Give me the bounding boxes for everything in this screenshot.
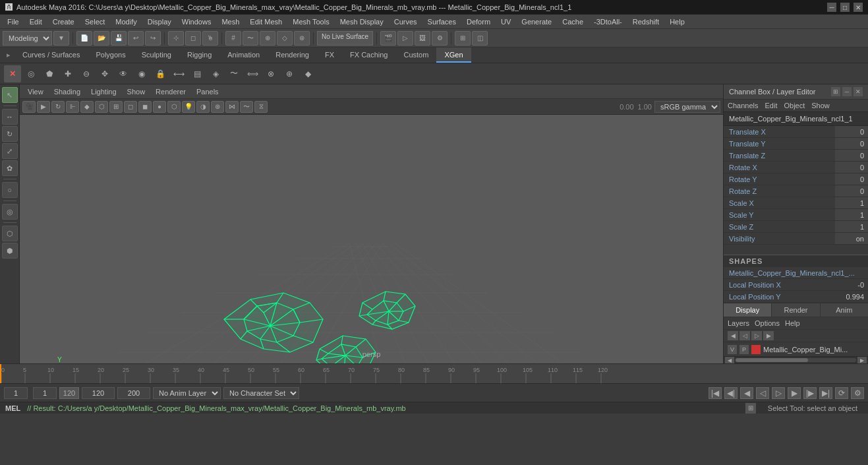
- icon-reflect-btn[interactable]: ⟺: [244, 65, 261, 82]
- step-fwd-btn[interactable]: ▶: [788, 387, 801, 399]
- timeline-ruler[interactable]: 0 5 10 15 20 25 30 35 40 45 50: [0, 364, 868, 383]
- layer-visibility-btn[interactable]: V: [728, 345, 737, 354]
- char-set-dropdown[interactable]: No Character Set: [223, 387, 299, 399]
- scale-btn[interactable]: ⤢: [2, 143, 18, 159]
- shape-local-pos-y-value[interactable]: 0.994: [828, 293, 868, 301]
- icon-shape-btn[interactable]: ◈: [207, 65, 224, 82]
- tab-fx-caching[interactable]: FX Caching: [342, 47, 395, 63]
- channel-value-rz[interactable]: 0: [835, 185, 868, 197]
- menu-modify[interactable]: Modify: [111, 16, 141, 27]
- step-back-btn[interactable]: ◀: [740, 387, 753, 399]
- tab-xgen[interactable]: XGen: [436, 47, 471, 63]
- display-tab-render[interactable]: Render: [772, 303, 820, 317]
- vp-shading-menu[interactable]: Shading: [50, 88, 84, 96]
- icon-x-btn[interactable]: ✕: [4, 65, 21, 82]
- prev-key-btn[interactable]: ◀|: [724, 387, 738, 399]
- select-btn[interactable]: ⊹: [168, 31, 184, 46]
- tab-rigging[interactable]: Rigging: [179, 47, 219, 63]
- soft-sel-btn[interactable]: ○: [2, 182, 18, 198]
- vp-shadow-btn[interactable]: ◑: [196, 101, 210, 113]
- paint-btn[interactable]: 🖱: [202, 31, 218, 46]
- vp-grid-btn[interactable]: ⊞: [109, 101, 123, 113]
- layer-scrollbar[interactable]: ◀ ▶: [724, 357, 868, 363]
- shape-local-pos-x-value[interactable]: -0: [828, 281, 868, 289]
- icon-layers-btn[interactable]: ▤: [188, 65, 206, 82]
- channel-value-tx[interactable]: 0: [835, 126, 868, 137]
- tab-sculpting[interactable]: Sculpting: [134, 47, 179, 63]
- render-btn[interactable]: 🎬: [380, 31, 396, 46]
- channel-visibility[interactable]: Visibility on: [724, 233, 868, 245]
- menu-display[interactable]: Display: [143, 16, 176, 27]
- grid-area[interactable]: X Y Z persp: [20, 115, 723, 363]
- display-tab-display[interactable]: Display: [724, 303, 772, 317]
- shape-object-row[interactable]: Metallic_Copper_Big_Minerals_ncl1_...: [724, 267, 868, 279]
- menu-mesh-display[interactable]: Mesh Display: [335, 16, 388, 27]
- menu-file[interactable]: File: [3, 16, 24, 27]
- vp-ao-btn[interactable]: ⊛: [211, 101, 224, 113]
- play-back-btn[interactable]: ◁: [756, 387, 769, 399]
- toolbar-btn-1[interactable]: ▼: [53, 31, 69, 46]
- grid-toggle-btn[interactable]: ⊞: [455, 31, 471, 46]
- icon-move-btn[interactable]: ✥: [96, 65, 113, 82]
- menu-generate[interactable]: Generate: [517, 16, 556, 27]
- vp-panels-menu[interactable]: Panels: [192, 88, 223, 96]
- tab-animation[interactable]: Animation: [219, 47, 268, 63]
- vp-flat-btn[interactable]: ◼: [138, 101, 152, 113]
- icon-vert-btn[interactable]: ◆: [299, 65, 316, 82]
- channel-translate-x[interactable]: Translate X 0: [724, 126, 868, 138]
- tab-collapse-btn[interactable]: ▸: [3, 47, 14, 63]
- cb-object-menu[interactable]: Object: [784, 102, 805, 109]
- snap-surface-btn[interactable]: ◇: [277, 31, 293, 46]
- tab-polygons[interactable]: Polygons: [88, 47, 133, 63]
- frame-range-start-input[interactable]: [33, 387, 57, 399]
- channel-box-minimize-btn[interactable]: ─: [842, 87, 852, 96]
- icon-paint-select-btn[interactable]: ⬟: [41, 65, 58, 82]
- hud-btn[interactable]: ◫: [472, 31, 488, 46]
- menu-select[interactable]: Select: [80, 16, 110, 27]
- max-frame-input[interactable]: [82, 387, 115, 399]
- show-manip-btn[interactable]: ◎: [2, 204, 18, 220]
- layer-prev-btn[interactable]: ◁: [739, 331, 750, 340]
- icon-eye-btn[interactable]: 👁: [115, 65, 132, 82]
- channel-value-tz[interactable]: 0: [835, 150, 868, 161]
- icon-lock-btn[interactable]: 🔒: [152, 65, 169, 82]
- goto-start-btn[interactable]: |◀: [709, 387, 722, 399]
- max-frame2-input[interactable]: [117, 387, 150, 399]
- loop-btn[interactable]: ⟳: [835, 387, 848, 399]
- undo-btn[interactable]: ↩: [128, 31, 144, 46]
- menu-cache[interactable]: Cache: [558, 16, 588, 27]
- channel-scale-y[interactable]: Scale Y 1: [724, 209, 868, 221]
- vp-motion-btn[interactable]: 〜: [240, 101, 253, 113]
- layer-last-btn[interactable]: ▶: [763, 331, 774, 340]
- layers-menu-help[interactable]: Help: [785, 319, 800, 327]
- icon-move2-btn[interactable]: ⟷: [170, 65, 187, 82]
- menu-3dto[interactable]: -3DtoAll-: [589, 16, 627, 27]
- close-button[interactable]: ✕: [854, 3, 863, 12]
- snap-live-btn[interactable]: ⊛: [294, 31, 310, 46]
- layers-menu-options[interactable]: Options: [755, 319, 780, 327]
- open-btn[interactable]: 📂: [94, 31, 109, 46]
- channel-value-ry[interactable]: 0: [835, 173, 868, 185]
- rotate-btn[interactable]: ↻: [2, 126, 18, 142]
- play-fwd-btn[interactable]: ▷: [772, 387, 785, 399]
- channel-value-sz[interactable]: 1: [835, 221, 868, 232]
- vp-lighting-menu[interactable]: Lighting: [87, 88, 121, 96]
- tab-rendering[interactable]: Rendering: [268, 47, 317, 63]
- channel-box-close-btn[interactable]: ✕: [854, 87, 863, 96]
- redo-btn[interactable]: ↪: [145, 31, 161, 46]
- channel-scale-z[interactable]: Scale Z 1: [724, 221, 868, 233]
- xray-btn[interactable]: ⬡: [2, 226, 18, 241]
- goto-end-btn[interactable]: ▶|: [819, 387, 832, 399]
- lasso-btn[interactable]: ◻: [185, 31, 201, 46]
- menu-surfaces[interactable]: Surfaces: [423, 16, 461, 27]
- vp-step-btn[interactable]: ⊩: [66, 101, 79, 113]
- select-tool-btn[interactable]: ↖: [2, 87, 18, 103]
- menu-create[interactable]: Create: [48, 16, 79, 27]
- menu-help[interactable]: Help: [665, 16, 689, 27]
- save-btn[interactable]: 💾: [111, 31, 127, 46]
- vp-tex-btn[interactable]: ⬡: [167, 101, 181, 113]
- menu-edit[interactable]: Edit: [25, 16, 47, 27]
- snap-grid-btn[interactable]: #: [225, 31, 241, 46]
- channel-rotate-z[interactable]: Rotate Z 0: [724, 185, 868, 197]
- current-frame-input[interactable]: [4, 387, 28, 399]
